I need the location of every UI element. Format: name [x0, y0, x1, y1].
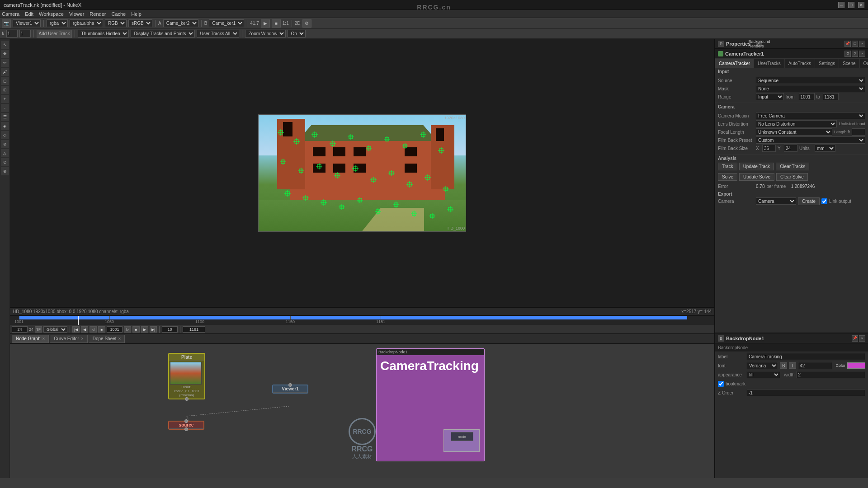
camera-a-select[interactable]: Came_ker2: [163, 19, 198, 27]
node-viewer[interactable]: Viewer1: [272, 385, 308, 394]
ct-tab-output[interactable]: Output: [860, 59, 868, 68]
mask-select[interactable]: None: [756, 85, 865, 92]
display-select[interactable]: Display Tracks and Points: [131, 30, 195, 38]
backdrop-close-btn[interactable]: ×: [859, 335, 865, 342]
tool-misc2[interactable]: ◇: [1, 131, 9, 139]
filmback-y-input[interactable]: [784, 145, 797, 152]
range-select[interactable]: Input: [756, 93, 784, 100]
play-icon[interactable]: ▶: [261, 19, 270, 28]
timeline-ruler[interactable]: 1001 1050 1100 1150 1181: [10, 316, 714, 325]
curve-editor-close[interactable]: ×: [81, 336, 84, 341]
play-fwd-btn[interactable]: ▷: [124, 326, 131, 333]
ct-btn1[interactable]: ⚙: [844, 51, 851, 57]
dope-sheet-close[interactable]: ×: [118, 336, 121, 341]
menu-help[interactable]: Help: [131, 11, 142, 17]
range-from-input[interactable]: [799, 93, 815, 100]
export-camera-select[interactable]: Camera: [756, 197, 796, 205]
stop2-btn[interactable]: ■: [132, 326, 140, 333]
window-controls[interactable]: ─ □ ✕: [838, 2, 864, 8]
filmback-preset-select[interactable]: Custom: [756, 136, 865, 144]
goto-end-btn[interactable]: ▶|: [150, 326, 157, 333]
timeline-playhead[interactable]: [78, 316, 79, 325]
fps-input[interactable]: [12, 326, 28, 333]
filmback-x-input[interactable]: [762, 145, 776, 152]
tab-dope-sheet[interactable]: Dope Sheet ×: [89, 335, 125, 343]
tool-misc1[interactable]: ◈: [1, 122, 9, 130]
bd-appearance-select[interactable]: fill: [747, 371, 780, 378]
ct-tab-usertracks[interactable]: UserTracks: [754, 59, 785, 68]
menu-edit[interactable]: Edit: [25, 11, 33, 17]
tool-misc3[interactable]: ⊗: [1, 140, 9, 148]
tf-btn[interactable]: TF: [35, 326, 42, 333]
camera-b-select[interactable]: Came_ker1: [209, 19, 244, 27]
tool-zoom-in[interactable]: +: [1, 95, 9, 103]
font-color-swatch[interactable]: [847, 362, 865, 369]
tool-brush[interactable]: 🖌: [1, 68, 9, 76]
global-select[interactable]: Global: [43, 326, 67, 333]
bd-bookmark-checkbox[interactable]: [718, 381, 724, 387]
backdrop-camera-tracking[interactable]: BackdropNode1 CameraTracking node: [376, 348, 485, 461]
expand-btn[interactable]: □: [852, 41, 858, 47]
viewer-select[interactable]: Viewer1: [13, 19, 41, 27]
colorspace-alpha[interactable]: rgba.alpha: [70, 19, 103, 27]
play-back-btn[interactable]: ◁: [90, 326, 97, 333]
settings-icon[interactable]: ⚙: [302, 19, 311, 28]
ct-tab-scene[interactable]: Scene: [839, 59, 859, 68]
menu-workspace[interactable]: Workspace: [39, 11, 64, 17]
current-frame-input[interactable]: 1001: [107, 326, 123, 333]
ct-close-btn[interactable]: ×: [859, 51, 865, 57]
solve-btn[interactable]: Solve: [718, 173, 737, 181]
step-back-btn[interactable]: ◀: [81, 326, 88, 333]
zoom-val-select[interactable]: On: [288, 30, 306, 38]
track-btn[interactable]: Track: [718, 163, 737, 170]
menu-render[interactable]: Render: [90, 11, 106, 17]
font-italic-btn[interactable]: I: [789, 362, 796, 369]
viewer-input-port[interactable]: [288, 383, 292, 387]
goto-start-btn[interactable]: |◀: [72, 326, 80, 333]
ct-tab-autotracks[interactable]: AutoTracks: [785, 59, 815, 68]
tab-curve-editor[interactable]: Curve Editor ×: [50, 335, 87, 343]
clear-solve-btn[interactable]: Clear Solve: [776, 173, 808, 181]
tool-select[interactable]: ↖: [1, 41, 9, 49]
close-button[interactable]: ✕: [858, 2, 864, 8]
source-input-port[interactable]: [184, 419, 188, 423]
thumbnails-select[interactable]: Thumbnails Hidden: [78, 30, 129, 38]
step-size-input[interactable]: [162, 326, 178, 333]
create-btn[interactable]: Create: [798, 197, 820, 205]
focal-select[interactable]: Unknown Constant: [756, 128, 832, 136]
tool-eraser[interactable]: ◻: [1, 77, 9, 85]
bd-width-input[interactable]: [797, 371, 865, 378]
clear-tracks-btn[interactable]: Clear Tracks: [776, 163, 809, 170]
link-output-checkbox[interactable]: [821, 198, 827, 204]
colorspace-srgb[interactable]: sRGB: [128, 19, 152, 27]
tool-pen[interactable]: ✏: [1, 59, 9, 67]
stop-icon[interactable]: ■: [272, 19, 281, 28]
tool-misc5[interactable]: ⊙: [1, 158, 9, 166]
user-tracks-select[interactable]: User Tracks All: [197, 30, 239, 38]
tool-zoom-out[interactable]: -: [1, 104, 9, 112]
source-select[interactable]: Sequence: [756, 77, 865, 84]
node-canvas[interactable]: BackdropNode1 CameraTracking node Plate: [10, 344, 714, 478]
add-track-btn[interactable]: Add User Track: [37, 30, 72, 38]
frame-input1[interactable]: [6, 30, 18, 38]
update-track-btn[interactable]: Update Track: [739, 163, 774, 170]
menu-cache[interactable]: Cache: [111, 11, 126, 17]
bd-label-input[interactable]: [747, 353, 865, 360]
bd-zorder-input[interactable]: [747, 389, 865, 396]
ct-tab-main[interactable]: CameraTracker: [715, 59, 754, 68]
length-input[interactable]: [852, 128, 865, 136]
motion-select[interactable]: Free Camera: [756, 112, 865, 119]
tool-move[interactable]: ✥: [1, 50, 9, 58]
zoom-select[interactable]: Zoom Window: [245, 30, 286, 38]
end-frame-input[interactable]: 1181: [183, 326, 205, 333]
tool-misc6[interactable]: ⊕: [1, 167, 9, 175]
units-select[interactable]: mm: [815, 145, 835, 152]
step-fwd-btn[interactable]: ▶: [141, 326, 148, 333]
tab-node-graph[interactable]: Node Graph ×: [12, 335, 49, 343]
frame-input2[interactable]: [19, 30, 31, 38]
font-bold-btn[interactable]: B: [780, 362, 787, 369]
lens-select[interactable]: No Lens Distortion: [756, 120, 837, 127]
close-panel-btn[interactable]: ×: [859, 41, 865, 47]
ct-btn2[interactable]: ?: [852, 51, 858, 57]
range-to-input[interactable]: [823, 93, 839, 100]
